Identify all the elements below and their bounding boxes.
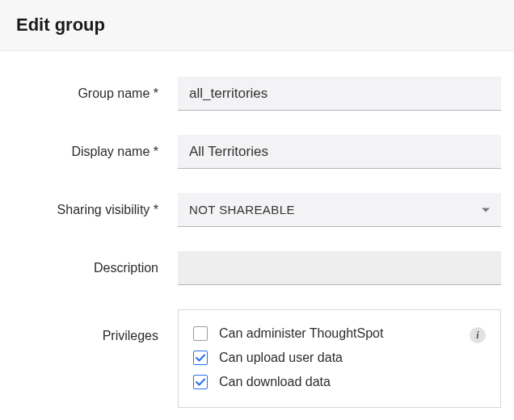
display-name-input[interactable]: [178, 135, 501, 169]
privilege-checkbox-administer[interactable]: [193, 326, 208, 341]
display-name-label: Display name *: [0, 145, 178, 159]
sharing-visibility-selected: NOT SHAREABLE: [189, 203, 295, 216]
privilege-label-administer: Can administer ThoughtSpot: [219, 326, 383, 341]
edit-group-form: Group name * Display name * Sharing visi…: [0, 51, 514, 408]
page-title: Edit group: [16, 15, 498, 36]
chevron-down-icon: [482, 208, 490, 212]
description-label: Description: [0, 261, 178, 275]
privilege-item-administer: Can administer ThoughtSpot i: [193, 326, 486, 341]
dialog-header: Edit group: [0, 0, 514, 51]
privilege-label-upload: Can upload user data: [219, 351, 343, 365]
privilege-label-download: Can download data: [219, 375, 331, 389]
info-icon[interactable]: i: [470, 327, 486, 343]
privilege-item-upload: Can upload user data: [193, 351, 486, 365]
privilege-checkbox-upload[interactable]: [193, 351, 208, 365]
group-name-field-col: [178, 77, 514, 111]
description-row: Description: [0, 251, 514, 285]
check-icon: [195, 352, 206, 363]
group-name-row: Group name *: [0, 77, 514, 111]
sharing-visibility-select-wrap: NOT SHAREABLE: [178, 193, 501, 227]
privileges-label: Privileges: [0, 309, 178, 343]
privilege-checkbox-download[interactable]: [193, 375, 208, 389]
display-name-row: Display name *: [0, 135, 514, 169]
check-icon: [195, 376, 206, 388]
display-name-field-col: [178, 135, 514, 169]
group-name-input[interactable]: [178, 77, 501, 111]
sharing-visibility-row: Sharing visibility * NOT SHAREABLE: [0, 193, 514, 227]
sharing-visibility-field-col: NOT SHAREABLE: [178, 193, 514, 227]
privileges-box: Can administer ThoughtSpot i Can upload …: [178, 309, 501, 408]
sharing-visibility-label: Sharing visibility *: [0, 203, 178, 217]
description-field-col: [178, 251, 514, 285]
group-name-label: Group name *: [0, 86, 178, 101]
privileges-field-col: Can administer ThoughtSpot i Can upload …: [178, 309, 514, 408]
privilege-item-download: Can download data: [193, 375, 486, 389]
sharing-visibility-select[interactable]: NOT SHAREABLE: [178, 193, 501, 227]
description-input[interactable]: [178, 251, 501, 285]
privileges-row: Privileges Can administer ThoughtSpot i …: [0, 309, 514, 408]
